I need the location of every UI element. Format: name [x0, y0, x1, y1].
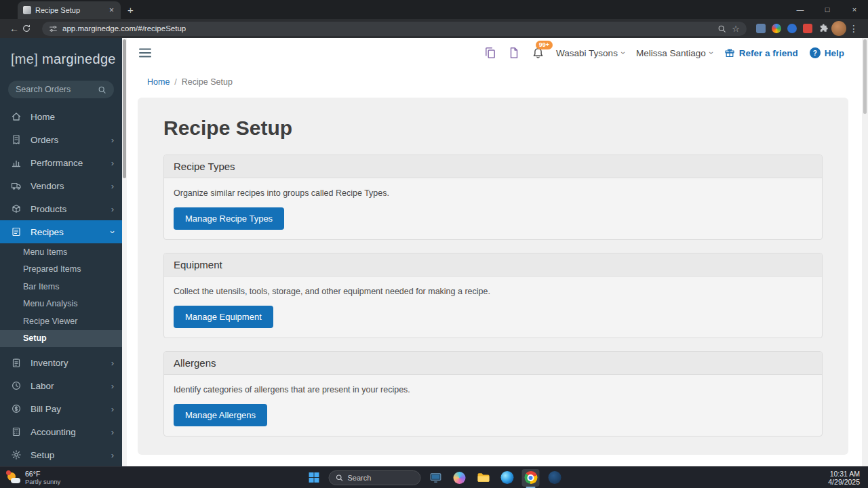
sidebar-item-orders[interactable]: Orders ›	[0, 128, 122, 151]
help-link[interactable]: ? Help	[810, 47, 844, 58]
copy-icon[interactable]	[484, 47, 496, 59]
search-icon	[336, 474, 344, 482]
taskbar-icon-copilot[interactable]	[451, 469, 469, 487]
weather-condition: Partly sunny	[25, 478, 60, 485]
location-picker[interactable]: Wasabi Tysons ›	[556, 48, 625, 58]
bill-pay-icon	[11, 403, 22, 415]
main-content: 99+ Wasabi Tysons › Melissa Santiago › R…	[127, 38, 862, 466]
sidebar-search[interactable]	[8, 81, 114, 98]
chevron-right-icon: ›	[111, 381, 114, 391]
sidebar-item-bill-pay[interactable]: Bill Pay ›	[0, 397, 122, 420]
app-topbar: 99+ Wasabi Tysons › Melissa Santiago › R…	[127, 38, 862, 68]
breadcrumb-current: Recipe Setup	[182, 77, 233, 87]
submenu-item-recipe-viewer[interactable]: Recipe Viewer	[0, 312, 122, 330]
submenu-item-bar-items[interactable]: Bar Items	[0, 278, 122, 296]
chevron-down-icon: ›	[618, 52, 628, 54]
sidebar-item-home[interactable]: Home	[0, 105, 122, 128]
taskbar-search[interactable]: Search	[329, 470, 421, 485]
submenu-item-menu-items[interactable]: Menu Items	[0, 243, 122, 261]
time-text: 10:31 AM	[830, 470, 860, 478]
submenu-item-setup[interactable]: Setup	[0, 330, 122, 348]
sidebar-item-recipes[interactable]: Recipes ›	[0, 220, 122, 243]
scrollbar-thumb[interactable]	[123, 39, 126, 178]
refer-a-friend-link[interactable]: Refer a friend	[724, 47, 798, 58]
sidebar-item-products[interactable]: Products ›	[0, 197, 122, 220]
extension-icon-2[interactable]	[772, 24, 781, 33]
submenu-item-prepared-items[interactable]: Prepared Items	[0, 261, 122, 279]
windows-taskbar: 66°F Partly sunny Search 10:3	[0, 466, 868, 488]
new-tab-button[interactable]: +	[127, 4, 134, 16]
search-orders-input[interactable]	[16, 85, 94, 94]
address-bar[interactable]: app.marginedge.com/#/recipeSetup ☆	[42, 22, 747, 36]
chevron-right-icon: ›	[111, 135, 114, 145]
panel-body: Collect the utensils, tools, storage, an…	[164, 277, 822, 338]
taskbar-icon-app[interactable]	[546, 469, 564, 487]
help-icon: ?	[810, 47, 821, 58]
app-window: [me]marginedge Home Orders › Performance	[0, 38, 868, 466]
page-scrollbar[interactable]	[862, 38, 868, 466]
bookmark-star-icon[interactable]: ☆	[732, 24, 740, 34]
document-icon[interactable]	[508, 47, 520, 59]
chevron-right-icon: ›	[111, 181, 114, 191]
labor-icon	[11, 380, 22, 392]
notification-badge: 99+	[536, 41, 553, 49]
equipment-panel: Equipment Collect the utensils, tools, s…	[163, 253, 823, 338]
manage-equipment-button[interactable]: Manage Equipment	[174, 306, 273, 328]
submenu-item-menu-analysis[interactable]: Menu Analysis	[0, 296, 122, 313]
taskbar-icon-file-explorer[interactable]	[475, 469, 492, 487]
gift-icon	[724, 47, 735, 58]
notifications-bell-icon[interactable]: 99+	[532, 47, 545, 60]
extensions-puzzle-icon[interactable]	[818, 24, 829, 34]
window-minimize-button[interactable]: —	[787, 0, 814, 19]
sidebar-item-accounting[interactable]: Accounting ›	[0, 420, 122, 443]
sidebar-scrollbar[interactable]	[122, 38, 127, 466]
site-settings-icon[interactable]	[49, 24, 58, 33]
products-icon	[11, 203, 22, 215]
breadcrumb: Home / Recipe Setup	[127, 68, 862, 98]
sidebar-item-inventory[interactable]: Inventory ›	[0, 351, 122, 374]
setup-gear-icon	[11, 449, 22, 461]
sidebar-item-performance[interactable]: Performance ›	[0, 151, 122, 174]
user-menu[interactable]: Melissa Santiago ›	[636, 48, 713, 58]
manage-allergens-button[interactable]: Manage Allergens	[174, 404, 267, 426]
extension-icon-3[interactable]	[787, 24, 797, 33]
taskbar-weather-widget[interactable]: 66°F Partly sunny	[0, 470, 60, 485]
refresh-button[interactable]	[22, 24, 37, 33]
chevron-right-icon: ›	[111, 427, 114, 437]
date-text: 4/29/2025	[828, 478, 860, 486]
sidebar-item-setup[interactable]: Setup ›	[0, 443, 122, 466]
browser-menu-icon[interactable]: ⋮	[846, 23, 861, 34]
sidebar-item-labor[interactable]: Labor ›	[0, 374, 122, 397]
browser-tabstrip: Recipe Setup × + — □ ×	[0, 0, 868, 19]
lens-search-icon[interactable]	[717, 24, 726, 33]
sidebar-item-vendors[interactable]: Vendors ›	[0, 174, 122, 197]
profile-avatar[interactable]	[831, 21, 846, 36]
app-logo[interactable]: [me]marginedge	[0, 38, 122, 75]
page-title: Recipe Setup	[163, 117, 823, 140]
panel-body: Organize similar recipes into groups cal…	[164, 178, 822, 239]
breadcrumb-home-link[interactable]: Home	[147, 77, 170, 87]
window-controls: — □ ×	[787, 0, 868, 19]
panel-title: Allergens	[164, 352, 822, 375]
window-close-button[interactable]: ×	[841, 0, 868, 19]
inventory-icon	[11, 357, 22, 369]
hamburger-menu-icon[interactable]	[139, 48, 151, 58]
recipe-setup-card: Recipe Setup Recipe Types Organize simil…	[138, 98, 848, 455]
extension-icon-1[interactable]	[756, 24, 766, 33]
panel-description: Organize similar recipes into groups cal…	[174, 188, 812, 198]
taskbar-center: Search	[305, 467, 564, 488]
taskbar-clock[interactable]: 10:31 AM 4/29/2025	[828, 470, 868, 486]
taskbar-icon-desktop-app[interactable]	[427, 469, 445, 487]
start-button[interactable]	[305, 469, 323, 487]
taskbar-icon-chrome[interactable]	[522, 469, 540, 487]
window-maximize-button[interactable]: □	[814, 0, 841, 19]
tab-close-icon[interactable]: ×	[108, 5, 115, 15]
extension-icon-4[interactable]	[803, 24, 812, 33]
chevron-right-icon: ›	[111, 204, 114, 214]
back-button[interactable]: ←	[7, 23, 22, 34]
weather-icon	[7, 472, 20, 484]
scrollbar-thumb[interactable]	[863, 39, 867, 114]
browser-tab[interactable]: Recipe Setup ×	[18, 1, 121, 19]
taskbar-icon-edge[interactable]	[498, 469, 516, 487]
manage-recipe-types-button[interactable]: Manage Recipe Types	[174, 207, 284, 230]
